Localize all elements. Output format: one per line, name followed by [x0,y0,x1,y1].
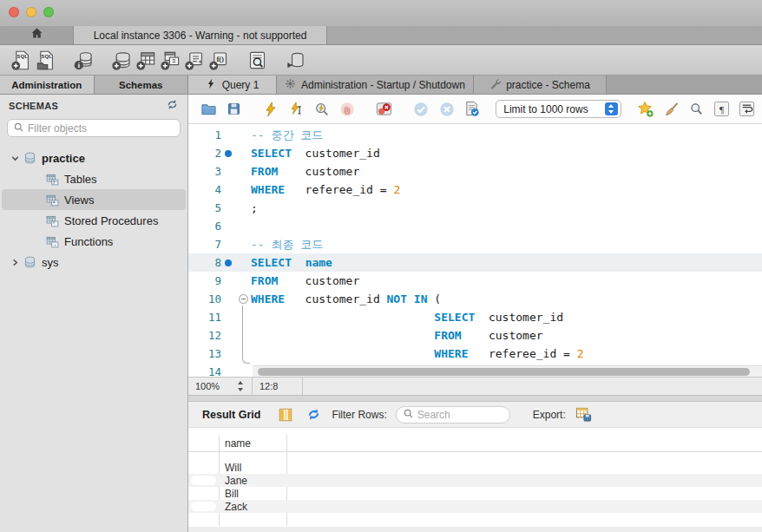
editor-tab-label: Administration - Startup / Shutdown [301,79,465,91]
sidebar-tab-schemas[interactable]: Schemas [95,76,189,94]
fold-collapse-icon[interactable] [235,294,251,304]
editor-zoom-control[interactable]: 100% [188,378,253,395]
sidebar-tab-administration[interactable]: Administration [0,76,95,94]
execute-icon[interactable] [261,99,281,120]
pane-splitter[interactable] [188,395,762,402]
show-invisibles-icon[interactable]: ¶ [712,99,732,120]
code-text: FROM customer [251,274,359,287]
dropdown-stepper-icon[interactable] [605,102,618,115]
editor-line-3[interactable]: 3FROM customer [188,162,762,181]
editor-line-12[interactable]: 12 FROM customer [188,326,762,345]
schemas-panel-title: SCHEMAS [9,101,58,111]
result-grid-title: Result Grid [202,409,260,421]
create-function-icon[interactable]: f() [207,48,231,72]
cell-name[interactable]: Jane [219,475,286,487]
database-icon [21,255,38,270]
save-script-icon[interactable] [224,99,244,120]
editor-tab[interactable]: practice - Schema [474,76,607,94]
tree-item-practice[interactable]: practice [2,148,186,168]
create-view-icon[interactable] [158,48,182,72]
result-row[interactable]: Will [188,461,762,474]
create-table-icon[interactable] [134,48,158,72]
chevron-right-icon[interactable] [9,258,21,267]
zoom-window-button[interactable] [43,7,54,17]
tree-item-views[interactable]: Views [2,189,186,210]
minimize-window-button[interactable] [26,7,36,17]
cell-name[interactable]: Will [219,462,286,474]
connection-tab[interactable]: Local instance 3306 - Warning - not supp… [74,26,327,44]
result-search-box[interactable] [396,406,510,424]
autocommit-icon[interactable] [462,99,482,120]
editor-line-5[interactable]: 5; [188,199,762,217]
cell-name[interactable]: Zack [219,501,286,513]
tree-item-tables[interactable]: Tables [2,168,186,189]
open-sql-file-icon[interactable]: SQL [33,48,57,72]
server-status-icon[interactable]: i [71,48,95,72]
row-gutter[interactable] [188,502,219,511]
row-limit-dropdown[interactable]: Limit to 1000 rows [496,100,621,118]
titlebar [0,0,762,26]
result-row[interactable]: Zack [188,500,762,513]
save-snippet-icon[interactable] [635,99,655,120]
chevron-down-icon[interactable] [9,154,21,163]
result-search-input[interactable] [417,409,496,421]
line-number: 14 [188,365,221,377]
result-grid-toolbar: Result Grid Filter Rows: Export: [188,402,762,428]
gear-tab-icon [285,78,296,92]
create-procedure-icon[interactable] [182,48,207,72]
rollback-icon[interactable] [437,99,457,120]
tree-item-label: practice [42,152,85,165]
scrollbar-thumb[interactable] [258,368,750,376]
code-text: ; [251,201,258,214]
home-tab[interactable] [0,26,74,44]
editor-line-2[interactable]: 2SELECT customer_id [188,144,762,162]
open-script-icon[interactable] [199,99,219,120]
result-row[interactable]: Bill [188,487,762,500]
execute-current-icon[interactable] [286,99,306,120]
refresh-results-icon[interactable] [304,405,323,424]
editor-line-6[interactable]: 6 [188,217,762,235]
editor-line-13[interactable]: 13 WHERE referee_id = 2 [188,345,762,363]
editor-tab[interactable]: Administration - Startup / Shutdown [277,76,474,94]
data-import-icon[interactable] [283,48,307,72]
editor-line-11[interactable]: 11 SELECT customer_id [188,308,762,326]
cell-name[interactable]: Bill [219,488,286,500]
refresh-schemas-icon[interactable] [166,98,179,115]
editor-line-1[interactable]: 1-- 중간 코드 [188,126,762,144]
schema-filter-input[interactable] [28,122,174,135]
tree-item-sys[interactable]: sys [2,252,186,273]
editor-line-7[interactable]: 7-- 최종 코드 [188,235,762,253]
search-data-icon[interactable] [245,48,269,72]
line-number: 9 [188,274,221,287]
editor-line-9[interactable]: 9FROM customer [188,272,762,290]
row-gutter[interactable] [188,476,219,485]
editor-tab[interactable]: Query 1 [188,76,277,94]
editor-line-8[interactable]: 8SELECT name [188,253,762,272]
result-row[interactable]: Jane [188,474,762,487]
toggle-wrap-icon[interactable] [737,99,757,120]
zoom-stepper-icon[interactable] [237,381,245,391]
commit-icon[interactable] [411,99,431,120]
explain-icon[interactable] [312,99,332,120]
new-sql-tab-icon[interactable]: SQL [9,48,33,72]
close-window-button[interactable] [9,7,19,17]
result-grid-header: name [188,435,762,452]
sql-editor[interactable]: 1-- 중간 코드2SELECT customer_id3FROM custom… [188,124,762,377]
stop-icon[interactable] [337,99,357,120]
tree-item-stored-procedures[interactable]: Stored Procedures [2,210,186,231]
column-header-name[interactable]: name [219,437,286,450]
code-text: SELECT name [251,256,332,269]
export-recordset-icon[interactable] [575,405,594,424]
create-schema-icon[interactable] [109,48,134,72]
editor-horizontal-scrollbar[interactable] [253,365,762,377]
toggle-stop-on-error-icon[interactable] [374,99,394,120]
find-icon[interactable] [686,99,706,120]
editor-line-4[interactable]: 4WHERE referee_id = 2 [188,181,762,199]
empty-row[interactable] [188,513,762,526]
beautify-icon[interactable] [660,99,680,120]
tree-item-functions[interactable]: fFunctions [2,231,186,252]
tree-item-label: Functions [64,235,113,248]
editor-line-10[interactable]: 10WHERE customer_id NOT IN ( [188,290,762,308]
schema-filter-box[interactable] [7,119,181,137]
grid-columns-icon[interactable] [276,405,295,424]
